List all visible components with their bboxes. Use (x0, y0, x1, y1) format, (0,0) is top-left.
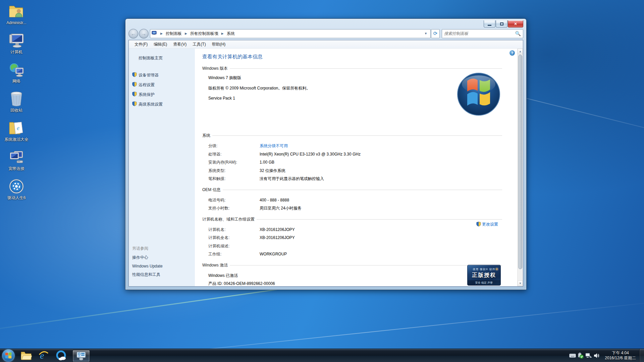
sidebar-item-system-protection[interactable]: 系统保护 (132, 92, 195, 98)
sidebar-item-windows-update[interactable]: Windows Update (132, 264, 195, 268)
close-button[interactable]: ✕ (508, 20, 523, 27)
menu-help[interactable]: 帮助(H) (209, 41, 229, 48)
info-row-rating: 分级: 系统分级不可用 (208, 142, 502, 150)
rating-unavailable-link[interactable]: 系统分级不可用 (260, 142, 288, 150)
search-input[interactable] (444, 31, 515, 36)
control-panel-icon (76, 352, 86, 360)
broadband-icon (8, 149, 24, 165)
taskbar-ie-button[interactable]: e (37, 349, 50, 362)
volume-icon[interactable] (593, 349, 601, 362)
breadcrumb-system[interactable]: 系统 (226, 30, 235, 37)
menu-file[interactable]: 文件(F) (131, 41, 151, 48)
menu-bar: 文件(F) 编辑(E) 查看(V) 工具(T) 帮助(H) (129, 40, 523, 49)
taskbar-explorer-button[interactable] (19, 349, 33, 362)
refresh-button[interactable]: ⟳ (431, 29, 440, 38)
uac-shield-icon (132, 92, 137, 98)
change-settings[interactable]: 更改设置 (476, 222, 498, 228)
sidebar-item-label: 高级系统设置 (139, 102, 163, 107)
windows-flag-logo (457, 72, 501, 117)
input-method-icon[interactable] (569, 349, 577, 362)
info-row-phone: 电话号码: 400 - 888 - 8888 (208, 196, 502, 204)
taskbar-clock[interactable]: 下午 4:04 2016/12/6 星期二 (601, 351, 639, 361)
uac-shield-icon (132, 82, 137, 88)
uac-shield-icon (132, 72, 137, 78)
desktop-icon-column: Administr... 计算机 网络 回收站 e 系统激活大全 (3, 3, 30, 207)
windows-flag-icon (5, 352, 12, 359)
desktop-icon-computer[interactable]: 计算机 (3, 33, 30, 54)
search-box[interactable]: 🔍 (442, 29, 523, 38)
section-oem: OEM 信息 (202, 187, 502, 193)
desktop-icon-driver-genius[interactable]: 驱动人生6 (3, 178, 30, 200)
genuine-badge-area: ✳ 使用 微软® 软件 正版授权 安全 稳定 声誉 联机了解更多内容 (467, 265, 501, 286)
desktop-icon-label: 计算机 (3, 50, 30, 54)
user-folder-icon (8, 3, 24, 19)
desktop-icon-label: 系统激活大全 (3, 137, 30, 142)
uac-shield-icon (132, 101, 137, 107)
section-computer-name: 计算机名称、域和工作组设置 (202, 217, 502, 222)
caption-buttons: ✕ (483, 20, 523, 27)
info-row-support-hours: 支持小时数: 周日至周六 24小时服务 (208, 204, 502, 213)
genuine-software-badge[interactable]: ✳ 使用 微软® 软件 正版授权 安全 稳定 声誉 (467, 265, 501, 286)
sidebar-item-action-center[interactable]: 操作中心 (132, 255, 195, 260)
desktop: Administr... 计算机 网络 回收站 e 系统激活大全 (0, 0, 644, 362)
recycle-bin-icon (8, 91, 24, 107)
section-windows-version: Windows 版本 (202, 66, 502, 71)
product-id: 产品 ID: 00426-OEM-8992662-00006 (208, 280, 502, 286)
address-dropdown-icon[interactable]: ▼ (423, 32, 429, 35)
breadcrumb-all-items[interactable]: 所有控制面板项 (190, 30, 219, 37)
taskbar-control-panel-button[interactable] (72, 350, 90, 362)
desktop-icon-activation-suite[interactable]: e 系统激活大全 (3, 120, 30, 142)
qq-browser-icon (56, 350, 66, 361)
usb-device-icon[interactable] (577, 349, 585, 362)
see-also-header: 另请参阅 (132, 246, 195, 251)
page-title: 查看有关计算机的基本信息 (202, 54, 502, 60)
vertical-scrollbar[interactable]: ▲ ▼ (517, 49, 523, 286)
desktop-icon-broadband[interactable]: 宽带连接 (3, 149, 30, 171)
help-icon[interactable]: ? (509, 50, 515, 56)
show-desktop-button[interactable] (639, 349, 644, 362)
navigation-bar: ← → ▶ 控制面板 ▶ 所有控制面板项 ▶ 系统 ▼ ⟳ 🔍 (128, 28, 523, 39)
info-row-full-name: 计算机全名: XB-20161206JOPY (208, 234, 502, 242)
uac-shield-icon (476, 222, 481, 228)
back-button[interactable]: ← (128, 29, 138, 39)
sidebar-item-device-manager[interactable]: 设备管理器 (132, 72, 195, 78)
search-icon[interactable]: 🔍 (515, 31, 521, 36)
minimize-button[interactable] (484, 20, 495, 27)
breadcrumb-control-panel[interactable]: 控制面板 (165, 30, 182, 37)
forward-button[interactable]: → (139, 29, 149, 39)
info-row-system-type: 系统类型: 32 位操作系统 (208, 167, 502, 175)
sidebar-item-label: 设备管理器 (139, 72, 159, 78)
menu-edit[interactable]: 编辑(E) (151, 41, 170, 48)
scrollbar-thumb[interactable] (518, 55, 522, 269)
desktop-icon-network[interactable]: 网络 (3, 62, 30, 83)
sidebar-item-performance-tools[interactable]: 性能信息和工具 (132, 272, 195, 278)
desktop-icon-label: 驱动人生6 (3, 195, 30, 200)
start-button[interactable] (2, 349, 15, 362)
system-window: ✕ ← → ▶ 控制面板 ▶ 所有控制面板项 ▶ 系统 ▼ ⟳ 🔍 (125, 18, 527, 290)
sidebar-item-control-panel-home[interactable]: 控制面板主页 (139, 55, 195, 61)
taskbar-qq-browser-button[interactable] (54, 349, 68, 362)
info-row-pen-touch: 笔和触摸: 没有可用于此显示器的笔或触控输入 (208, 175, 502, 183)
breadcrumb-separator: ▶ (185, 32, 187, 35)
sidebar-item-advanced-settings[interactable]: 高级系统设置 (132, 101, 195, 107)
breadcrumb-separator: ▶ (221, 32, 224, 35)
sidebar: 控制面板主页 设备管理器 远程设置 系统保护 (129, 49, 195, 286)
desktop-icon-administrator[interactable]: Administr... (3, 3, 30, 25)
genuine-star-icon: ✳ (495, 266, 499, 272)
maximize-button[interactable] (496, 20, 507, 27)
menu-tools[interactable]: 工具(T) (190, 41, 209, 48)
desktop-icon-recycle-bin[interactable]: 回收站 (3, 91, 30, 113)
change-settings-link[interactable]: 更改设置 (482, 222, 498, 227)
info-row-processor: 处理器: Intel(R) Xeon(R) CPU E3-1230 v3 @ 3… (208, 150, 502, 159)
activation-folder-icon: e (8, 120, 24, 136)
address-bar[interactable]: ▶ 控制面板 ▶ 所有控制面板项 ▶ 系统 ▼ (150, 29, 431, 38)
menu-view[interactable]: 查看(V) (170, 41, 190, 48)
info-row-workgroup: 工作组: WORKGROUP (208, 250, 502, 258)
info-row-description: 计算机描述: (208, 242, 502, 250)
network-status-icon[interactable] (585, 349, 593, 362)
explorer-folder-icon (20, 351, 32, 360)
scroll-down-icon[interactable]: ▼ (518, 281, 523, 286)
sidebar-item-remote-settings[interactable]: 远程设置 (132, 82, 195, 88)
location-computer-icon (152, 31, 157, 36)
scroll-up-icon[interactable]: ▲ (518, 49, 523, 54)
